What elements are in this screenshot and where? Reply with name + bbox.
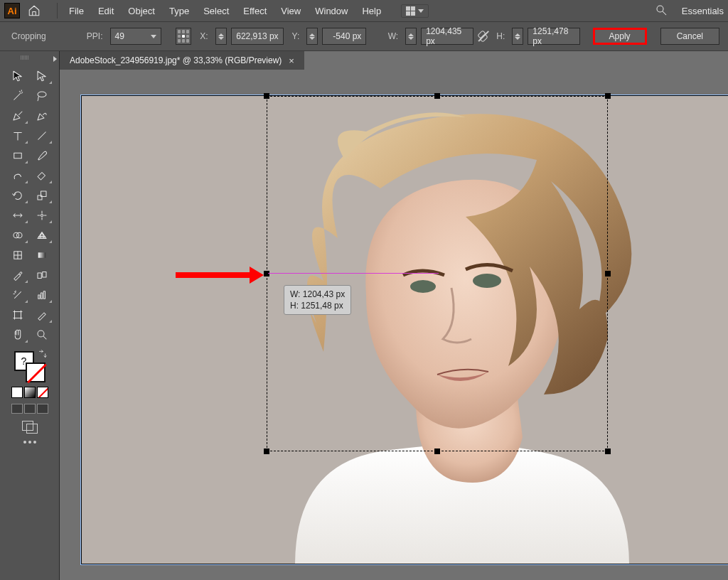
menu-effect[interactable]: Effect [236, 3, 274, 19]
svg-line-1 [663, 11, 666, 15]
crop-handle-bl[interactable] [264, 449, 269, 454]
selection-tool[interactable] [6, 67, 29, 85]
apply-button[interactable]: Apply [593, 28, 647, 45]
crop-handle-bm[interactable] [434, 449, 440, 454]
h-label: H: [496, 31, 505, 41]
menu-bar: Ai File Edit Object Type Select Effect V… [0, 0, 728, 21]
workspace-switcher[interactable]: Essentials [682, 6, 724, 16]
constrain-proportions-icon[interactable] [478, 31, 488, 42]
x-spinner[interactable] [215, 28, 227, 45]
close-tab-icon[interactable]: × [289, 55, 294, 66]
svg-line-19 [43, 336, 46, 339]
rectangle-tool[interactable] [6, 146, 29, 165]
line-segment-tool[interactable] [31, 127, 53, 145]
panel-grip[interactable] [14, 55, 36, 60]
lasso-tool[interactable] [31, 87, 53, 105]
crop-handle-tl[interactable] [264, 93, 269, 99]
cancel-button[interactable]: Cancel [660, 28, 719, 45]
artboard-tool[interactable] [6, 306, 29, 324]
draw-behind[interactable] [24, 404, 36, 414]
direct-selection-tool[interactable] [31, 67, 53, 85]
width-tool[interactable] [6, 206, 29, 225]
ppi-label: PPI: [87, 31, 103, 41]
ppi-value: 49 [115, 31, 124, 41]
artboard[interactable]: W: 1204,43 px H: 1251,48 px [81, 95, 728, 564]
crop-handle-ml[interactable] [264, 271, 269, 276]
eyedropper-tool[interactable] [6, 266, 29, 284]
edit-toolbar-button[interactable] [23, 441, 36, 444]
svg-point-18 [38, 331, 44, 337]
symbol-sprayer-tool[interactable] [6, 286, 29, 304]
perspective-grid-tool[interactable] [31, 226, 53, 245]
tool-panel: ? [0, 51, 60, 580]
svg-point-9 [16, 232, 22, 238]
screen-mode-button[interactable] [22, 421, 38, 434]
w-spinner[interactable] [405, 28, 417, 45]
svg-rect-16 [43, 291, 45, 299]
crop-handle-tm[interactable] [434, 93, 440, 99]
w-input[interactable]: 1204,435 px [421, 28, 473, 45]
scale-tool[interactable] [31, 186, 53, 205]
menu-view[interactable]: View [274, 3, 308, 19]
home-button[interactable] [26, 2, 43, 19]
crop-handle-tr[interactable] [605, 93, 611, 99]
hand-tool[interactable] [6, 326, 29, 344]
column-graph-tool[interactable] [31, 286, 53, 304]
mode-label: Cropping [11, 31, 46, 41]
shape-builder-tool[interactable] [6, 226, 29, 245]
workspace: ? AdobeStock_234956919.jpg* @ 33,33% (RG… [0, 51, 728, 580]
menu-type[interactable]: Type [162, 3, 196, 19]
h-input[interactable]: 1251,478 px [528, 28, 580, 45]
rotate-tool[interactable] [6, 186, 29, 205]
annotation-arrow [176, 267, 264, 284]
h-spinner[interactable] [512, 28, 523, 45]
app-logo: Ai [4, 3, 20, 18]
menu-select[interactable]: Select [196, 3, 236, 19]
svg-rect-4 [14, 153, 21, 159]
type-tool[interactable] [6, 127, 29, 145]
mesh-tool[interactable] [6, 246, 29, 264]
swap-fill-stroke-icon[interactable] [37, 350, 47, 360]
stroke-swatch[interactable] [26, 362, 46, 382]
eraser-tool[interactable] [31, 166, 53, 185]
y-spinner[interactable] [306, 28, 318, 45]
color-mode-gradient[interactable] [24, 387, 36, 398]
svg-point-7 [41, 215, 43, 217]
menu-edit[interactable]: Edit [91, 3, 121, 19]
zoom-tool[interactable] [31, 326, 53, 344]
arrange-documents-button[interactable] [401, 4, 429, 18]
color-mode-none[interactable] [37, 387, 48, 398]
fill-stroke-swatches[interactable]: ? [14, 351, 46, 382]
document-tab[interactable]: AdobeStock_234956919.jpg* @ 33,33% (RGB/… [60, 51, 304, 70]
w-label: W: [388, 31, 398, 41]
collapse-panel-button[interactable] [50, 56, 59, 62]
x-input[interactable]: 622,913 px [231, 28, 284, 45]
svg-rect-12 [38, 273, 41, 279]
crop-handle-br[interactable] [605, 449, 611, 454]
curvature-tool[interactable] [31, 107, 53, 125]
free-transform-tool[interactable] [31, 206, 53, 225]
crop-marquee[interactable] [267, 96, 608, 451]
menu-window[interactable]: Window [308, 3, 355, 19]
reference-point-selector[interactable] [176, 28, 191, 45]
paintbrush-tool[interactable] [31, 146, 53, 165]
color-mode-solid[interactable] [11, 387, 23, 398]
grid-icon [406, 6, 415, 16]
control-bar: Cropping PPI: 49 X: 622,913 px Y: -540 p… [0, 21, 728, 51]
menu-object[interactable]: Object [121, 3, 162, 19]
shaper-tool[interactable] [6, 166, 29, 185]
blend-tool[interactable] [31, 266, 53, 284]
y-input[interactable]: -540 px [322, 28, 366, 45]
crop-handle-mr[interactable] [605, 271, 611, 276]
draw-normal[interactable] [11, 404, 23, 414]
canvas-area: AdobeStock_234956919.jpg* @ 33,33% (RGB/… [60, 51, 728, 580]
pen-tool[interactable] [6, 107, 29, 125]
menu-help[interactable]: Help [355, 3, 388, 19]
menu-file[interactable]: File [62, 3, 91, 19]
search-button[interactable] [655, 4, 668, 18]
gradient-tool[interactable] [31, 246, 53, 264]
slice-tool[interactable] [31, 306, 53, 324]
ppi-dropdown[interactable]: 49 [110, 28, 161, 45]
draw-inside[interactable] [37, 404, 48, 414]
magic-wand-tool[interactable] [6, 87, 29, 105]
